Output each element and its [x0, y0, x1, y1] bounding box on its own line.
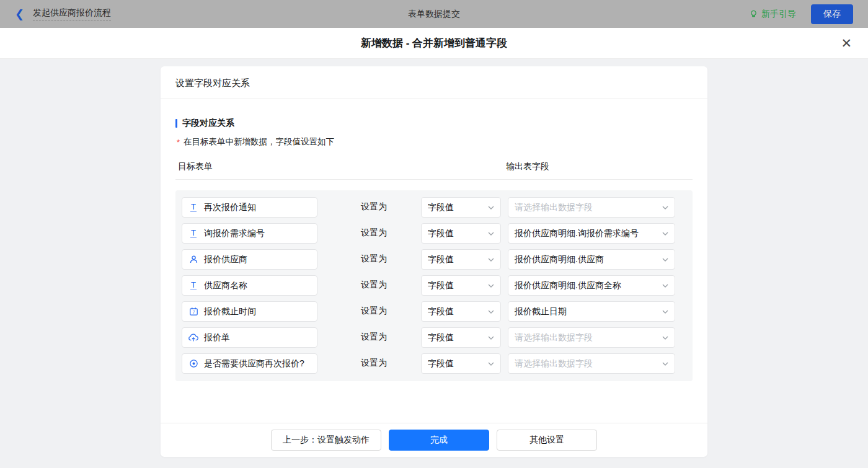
text-field-icon: T — [188, 229, 198, 239]
value-type-select[interactable]: 字段值 — [421, 353, 501, 374]
lightbulb-icon — [749, 9, 758, 19]
card-footer: 上一步：设置触发动作 完成 其他设置 — [161, 423, 707, 457]
target-field-box: 报价供应商 — [182, 249, 317, 270]
mapping-rows-panel: T 再次报价通知 设置为 字段值 请选择输出数据字段 — [175, 190, 693, 381]
modal-header: 新增数据 - 合并新增到普通字段 ✕ — [0, 28, 868, 59]
chevron-down-icon — [488, 206, 494, 210]
output-field-select[interactable]: 报价供应商明细.供应商 — [508, 249, 675, 270]
set-as-label: 设置为 — [337, 332, 411, 343]
section-title: 字段对应关系 — [175, 118, 693, 129]
set-as-label: 设置为 — [337, 358, 411, 369]
radio-icon — [188, 359, 198, 369]
target-field-box: 7 报价截止时间 — [182, 301, 317, 322]
output-field-select[interactable]: 请选择输出数据字段 — [508, 327, 675, 348]
output-field-select[interactable]: 报价供应商明细.供应商全称 — [508, 275, 675, 296]
value-type-select[interactable]: 字段值 — [421, 249, 501, 270]
calendar-icon: 7 — [188, 307, 198, 317]
target-field-box: T 供应商名称 — [182, 275, 317, 296]
column-headers: 目标表单 输出表字段 — [175, 160, 693, 180]
output-field-select[interactable]: 请选择输出数据字段 — [508, 353, 675, 374]
flow-name[interactable]: 发起供应商报价流程 — [33, 7, 111, 21]
chevron-down-icon — [488, 232, 494, 236]
page-background: 设置字段对应关系 字段对应关系 * 在目标表单中新增数据，字段值设置如下 目标表… — [0, 59, 868, 468]
mapping-row: 7 报价截止时间 设置为 字段值 报价截止日期 — [182, 301, 686, 327]
value-type-select[interactable]: 字段值 — [421, 223, 501, 244]
mapping-row: T 询报价需求编号 设置为 字段值 报价供应商明细.询报价需求编号 — [182, 223, 686, 249]
beginner-guide-link[interactable]: 新手引导 — [749, 9, 796, 20]
target-field-box: T 再次报价通知 — [182, 197, 317, 218]
value-type-select[interactable]: 字段值 — [421, 327, 501, 348]
person-icon — [188, 255, 198, 265]
card-body: 字段对应关系 * 在目标表单中新增数据，字段值设置如下 目标表单 输出表字段 T… — [161, 99, 707, 423]
value-type-select[interactable]: 字段值 — [421, 275, 501, 296]
value-type-select[interactable]: 字段值 — [421, 197, 501, 218]
output-field-select[interactable]: 报价截止日期 — [508, 301, 675, 322]
output-field-select[interactable]: 报价供应商明细.询报价需求编号 — [508, 223, 675, 244]
other-settings-button[interactable]: 其他设置 — [497, 430, 597, 451]
chevron-down-icon — [662, 232, 668, 236]
section-accent-bar — [175, 119, 177, 128]
mapping-row: 报价单 设置为 字段值 请选择输出数据字段 — [182, 327, 686, 353]
mapping-row: T 供应商名称 设置为 字段值 报价供应商明细.供应商全称 — [182, 275, 686, 301]
chevron-down-icon — [488, 284, 494, 288]
text-field-icon: T — [188, 203, 198, 213]
set-as-label: 设置为 — [337, 201, 411, 213]
card-header: 设置字段对应关系 — [161, 66, 707, 99]
chevron-down-icon — [662, 258, 668, 262]
target-field-box: 报价单 — [182, 327, 317, 348]
chevron-down-icon — [662, 310, 668, 314]
chevron-down-icon — [662, 284, 668, 288]
topbar-title: 表单数据提交 — [0, 9, 868, 20]
mapping-row: 是否需要供应商再次报价? 设置为 字段值 请选择输出数据字段 — [182, 353, 686, 379]
chevron-down-icon — [662, 362, 668, 366]
mapping-row: T 再次报价通知 设置为 字段值 请选择输出数据字段 — [182, 197, 686, 223]
set-as-label: 设置为 — [337, 280, 411, 291]
output-field-select[interactable]: 请选择输出数据字段 — [508, 197, 675, 218]
svg-text:7: 7 — [192, 310, 195, 314]
save-button[interactable]: 保存 — [811, 4, 853, 24]
done-button[interactable]: 完成 — [389, 430, 489, 451]
set-as-label: 设置为 — [337, 306, 411, 317]
text-field-icon: T — [188, 281, 198, 291]
section-note: * 在目标表单中新增数据，字段值设置如下 — [177, 136, 693, 148]
chevron-down-icon — [488, 336, 494, 340]
chevron-down-icon — [662, 206, 668, 210]
set-as-label: 设置为 — [337, 227, 411, 239]
topbar: ❮ 发起供应商报价流程 表单数据提交 新手引导 保存 — [0, 0, 868, 28]
prev-step-button[interactable]: 上一步：设置触发动作 — [271, 430, 381, 451]
target-field-box: 是否需要供应商再次报价? — [182, 353, 317, 374]
column-output-field: 输出表字段 — [506, 161, 549, 172]
back-chevron-icon[interactable]: ❮ — [15, 9, 24, 20]
chevron-down-icon — [488, 258, 494, 262]
upload-cloud-icon — [188, 333, 198, 343]
chevron-down-icon — [662, 336, 668, 340]
column-target-form: 目标表单 — [178, 161, 213, 172]
chevron-down-icon — [488, 362, 494, 366]
mapping-row: 报价供应商 设置为 字段值 报价供应商明细.供应商 — [182, 249, 686, 275]
set-as-label: 设置为 — [337, 254, 411, 265]
chevron-down-icon — [488, 310, 494, 314]
target-field-box: T 询报价需求编号 — [182, 223, 317, 244]
close-icon[interactable]: ✕ — [841, 37, 852, 50]
required-asterisk: * — [177, 136, 180, 147]
value-type-select[interactable]: 字段值 — [421, 301, 501, 322]
field-mapping-card: 设置字段对应关系 字段对应关系 * 在目标表单中新增数据，字段值设置如下 目标表… — [161, 66, 707, 457]
modal-title: 新增数据 - 合并新增到普通字段 — [361, 36, 507, 50]
